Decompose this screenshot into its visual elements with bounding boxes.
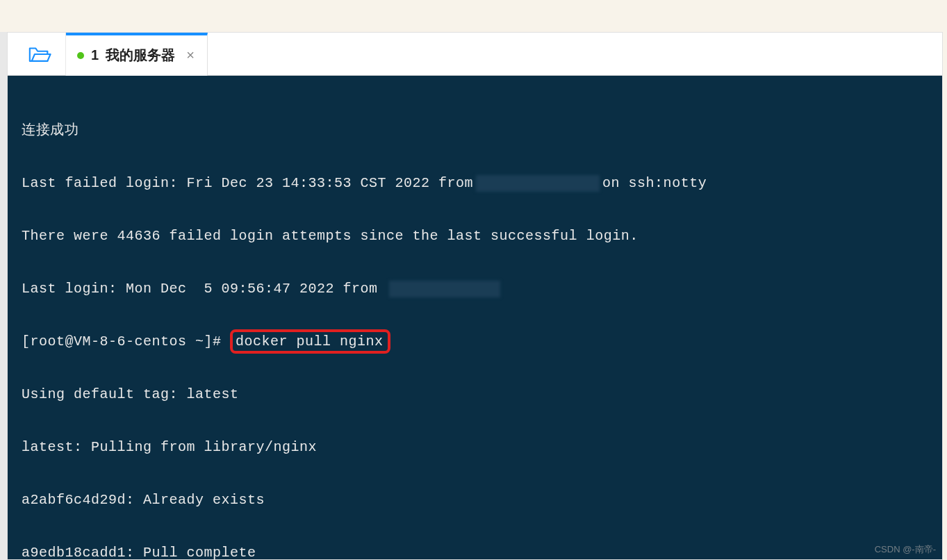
tab-number: 1 <box>91 47 99 63</box>
left-gutter <box>0 32 7 560</box>
tab-server-1[interactable]: 1 我的服务器 × <box>66 33 208 76</box>
output-line: a2abf6c4d29d: Already exists <box>22 487 928 513</box>
open-folder-button[interactable] <box>13 33 66 76</box>
connected-message: 连接成功 <box>22 117 928 144</box>
close-tab-button[interactable]: × <box>186 47 195 63</box>
top-banner-area <box>0 0 947 32</box>
tab-bar: 1 我的服务器 × <box>8 33 942 76</box>
output-line: a9edb18cadd1: Pull complete <box>22 540 928 559</box>
terminal-output[interactable]: 连接成功 Last failed login: Fri Dec 23 14:33… <box>8 76 942 559</box>
output-line: latest: Pulling from library/nginx <box>22 434 928 461</box>
command-line: [root@VM-8-6-centos ~]# docker pull ngin… <box>22 329 928 355</box>
prompt: [root@VM-8-6-centos ~]# <box>22 333 230 349</box>
tab-title: 我的服务器 <box>106 46 175 65</box>
last-failed-login-line: Last failed login: Fri Dec 23 14:33:53 C… <box>22 170 928 197</box>
failed-attempts-line: There were 44636 failed login attempts s… <box>22 223 928 249</box>
redacted-ip-icon <box>476 175 600 192</box>
last-login-line: Last login: Mon Dec 5 09:56:47 2022 from <box>22 276 928 302</box>
highlighted-command: docker pull nginx <box>230 329 390 354</box>
connection-status-dot-icon <box>77 52 84 59</box>
output-line: Using default tag: latest <box>22 381 928 408</box>
terminal-app-window: 1 我的服务器 × 连接成功 Last failed login: Fri De… <box>7 32 943 560</box>
folder-open-icon <box>28 45 51 63</box>
redacted-ip-icon <box>389 281 500 297</box>
watermark: CSDN @-南帝- <box>875 543 936 556</box>
